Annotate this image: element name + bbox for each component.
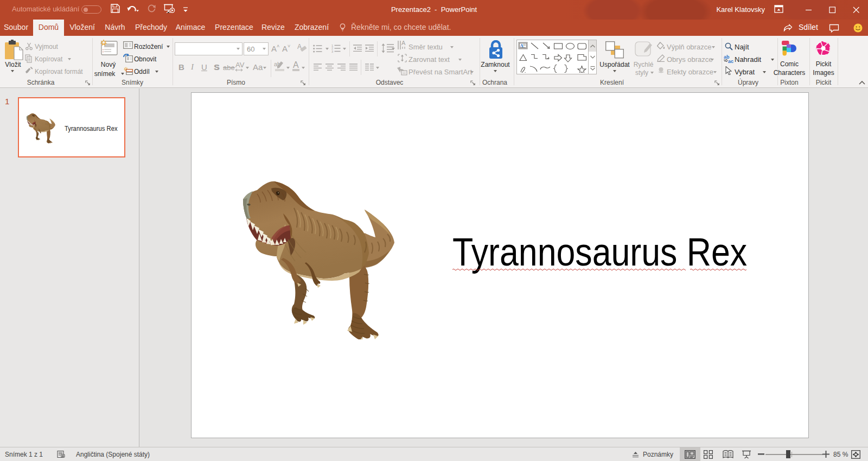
svg-text:A: A — [401, 41, 406, 46]
svg-text:3: 3 — [331, 50, 333, 53]
svg-text:ac: ac — [728, 59, 733, 64]
